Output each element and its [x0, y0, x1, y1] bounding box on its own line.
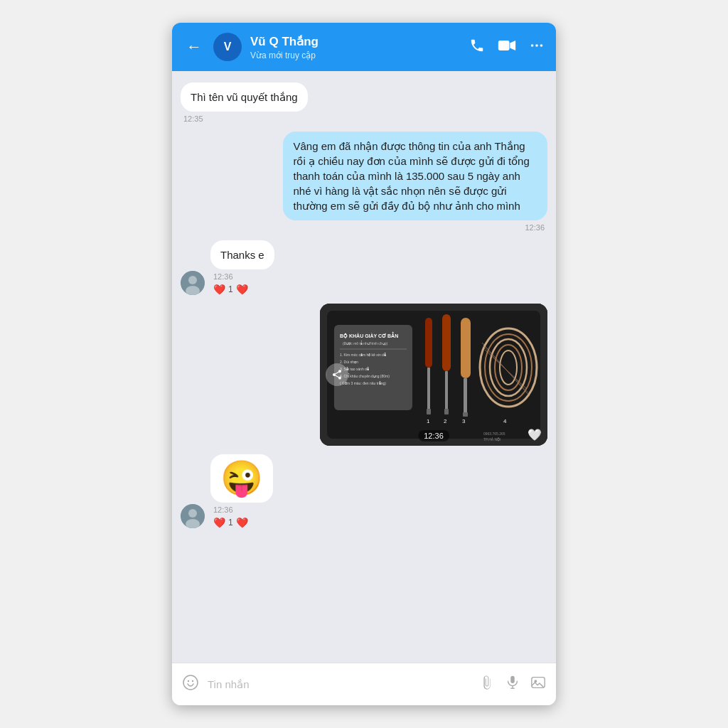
message-bubble-outgoing: Vâng em đã nhận được thông tin của anh T… [283, 132, 547, 220]
contact-avatar: V [213, 33, 242, 61]
svg-text:3: 3 [462, 418, 466, 424]
svg-rect-20 [427, 368, 430, 410]
msg-content-image: BỘ KHÂU GIÀY CƠ BẢN (Được mô tả như hình… [320, 304, 547, 446]
input-bar [172, 663, 556, 705]
svg-text:TP.HÀ NỘI: TP.HÀ NỘI [483, 437, 500, 441]
message-row-thanks: Thanks e 12:36 ❤️ 1 ❤️ [181, 240, 547, 295]
image-attach-icon[interactable] [530, 675, 546, 695]
svg-rect-25 [444, 409, 449, 414]
image-bubble[interactable]: BỘ KHÂU GIÀY CƠ BẢN (Được mô tả như hình… [320, 304, 547, 446]
svg-text:1. Kim móc cầm hồ kê xin dễ: 1. Kim móc cầm hồ kê xin dễ [340, 353, 386, 357]
message-time: 12:35 [181, 114, 308, 123]
svg-point-6 [188, 276, 197, 284]
message-row-image: BỘ KHÂU GIÀY CƠ BẢN (Được mô tả như hình… [181, 304, 547, 446]
reaction-row-emoji: ❤️ 1 ❤️ [210, 517, 273, 528]
phone-container: ← V Vũ Q Thắng Vừa mới truy cập [172, 23, 556, 705]
sender-avatar [181, 271, 205, 295]
input-actions [479, 675, 546, 695]
svg-text:2: 2 [444, 418, 447, 424]
svg-marker-1 [510, 41, 515, 50]
share-button[interactable] [326, 363, 348, 386]
svg-rect-19 [425, 318, 432, 368]
reaction-heart-emoji-1[interactable]: ❤️ [213, 517, 225, 528]
image-time: 12:36 [418, 430, 449, 441]
message-row-emoji: 😜 12:36 ❤️ 1 ❤️ [181, 454, 547, 528]
header-actions [469, 38, 545, 57]
reaction-row: ❤️ 1 ❤️ [210, 284, 274, 295]
reaction-heart-2[interactable]: ❤️ [236, 284, 248, 295]
reaction-count-1: 1 [228, 284, 233, 294]
svg-point-47 [192, 680, 193, 681]
reaction-heart-emoji-2[interactable]: ❤️ [236, 517, 248, 528]
bubble-thanks: Thanks e [210, 240, 274, 269]
reaction-heart-1[interactable]: ❤️ [213, 284, 225, 295]
msg-time-thanks: 12:36 [210, 272, 274, 281]
svg-point-45 [183, 675, 198, 690]
emoji-picker-icon[interactable] [182, 674, 199, 695]
message-time-2: 12:36 [522, 223, 547, 232]
header-info: Vũ Q Thắng Vừa mới truy cập [250, 34, 461, 60]
image-container: BỘ KHÂU GIÀY CƠ BẢN (Được mô tả như hình… [320, 304, 547, 446]
video-call-icon[interactable] [498, 38, 516, 57]
msg-content-thanks: Thanks e 12:36 ❤️ 1 ❤️ [210, 240, 274, 295]
svg-text:1: 1 [427, 418, 430, 424]
call-icon[interactable] [469, 38, 485, 57]
msg-content-emoji: 😜 12:36 ❤️ 1 ❤️ [210, 454, 273, 528]
svg-rect-29 [463, 412, 468, 417]
contact-status: Vừa mới truy cập [250, 50, 461, 60]
svg-rect-0 [498, 41, 510, 50]
msg-time-emoji: 12:36 [210, 505, 273, 514]
more-options-icon[interactable] [529, 38, 545, 57]
svg-point-46 [188, 680, 189, 681]
attach-icon[interactable] [479, 675, 495, 695]
svg-rect-27 [461, 318, 471, 378]
svg-point-43 [188, 509, 197, 518]
svg-rect-24 [445, 371, 448, 410]
chat-area: Thì tên vũ quyết thắng 12:35 Vâng em đã … [172, 71, 556, 663]
svg-point-3 [535, 44, 538, 47]
emoji-bubble: 😜 [210, 454, 273, 503]
chat-header: ← V Vũ Q Thắng Vừa mới truy cập [172, 23, 556, 71]
svg-text:( Gồm 3 màu: đen nâu trắng): ( Gồm 3 màu: đen nâu trắng) [340, 381, 386, 385]
svg-point-4 [540, 44, 543, 47]
back-button[interactable]: ← [183, 35, 205, 59]
sender-avatar-2 [181, 504, 205, 528]
svg-text:4: 4 [503, 418, 507, 424]
svg-text:(Được mô tả như hình chụp): (Được mô tả như hình chụp) [343, 341, 387, 346]
message-input[interactable] [208, 678, 471, 690]
message-row-outgoing: Vâng em đã nhận được thông tin của anh T… [181, 132, 547, 232]
heart-overlay[interactable]: 🤍 [528, 428, 542, 441]
msg-content: Thì tên vũ quyết thắng 12:35 [181, 82, 308, 123]
svg-text:0963.765.265: 0963.765.265 [483, 432, 505, 436]
svg-rect-21 [427, 409, 431, 414]
contact-name: Vũ Q Thắng [250, 34, 461, 49]
msg-content-outgoing: Vâng em đã nhận được thông tin của anh T… [283, 132, 547, 232]
message-bubble: Thì tên vũ quyết thắng [181, 82, 308, 112]
message-row: Thì tên vũ quyết thắng 12:35 [181, 82, 547, 123]
svg-rect-28 [464, 378, 467, 414]
svg-point-2 [531, 44, 534, 47]
svg-rect-23 [442, 314, 451, 371]
svg-text:2. Dùi nhọn: 2. Dùi nhọn [340, 360, 358, 364]
svg-rect-48 [510, 675, 515, 682]
reaction-count-emoji-1: 1 [228, 518, 233, 528]
mic-icon[interactable] [505, 675, 520, 695]
